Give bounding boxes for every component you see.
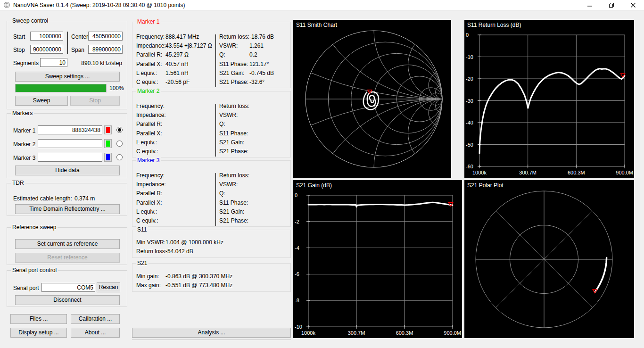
stop-button[interactable]: Stop [70, 96, 120, 106]
data-row: S11 Phase: [219, 199, 289, 207]
reference-sweep-title: Reference sweep [11, 224, 58, 231]
data-row: Return loss: [219, 102, 289, 111]
data-row: C equiv.: [136, 216, 215, 225]
data-row-label: S21 Gain: [219, 69, 249, 78]
s11-return-loss-chart[interactable]: 0-10-20-30-40-50-601000k300.7M600.3M900.… [464, 20, 634, 178]
cable-length-label: Estimated cable length: [13, 195, 72, 202]
data-row-label: C equiv.: [136, 147, 165, 156]
data-row-label: Return loss: [219, 33, 249, 41]
data-row-label: Parallel X: [136, 129, 165, 138]
about-button[interactable]: About ... [71, 328, 120, 338]
data-row-label: Return loss: [219, 171, 249, 180]
time-domain-reflectometry-button[interactable]: Time Domain Reflectometry ... [15, 204, 120, 214]
s11-smith-chart-canvas[interactable] [293, 20, 451, 178]
data-row: S21 Gain:-0.745 dB [219, 69, 289, 78]
marker3-radio[interactable] [116, 154, 123, 160]
data-row: Return loss: [219, 171, 289, 180]
data-row-value: -20.56 pF [165, 79, 190, 85]
span-label: Span [71, 47, 84, 53]
data-row-label: Parallel X: [136, 60, 165, 69]
marker1-radio[interactable] [116, 127, 123, 133]
svg-text:-40: -40 [466, 120, 473, 125]
center-input[interactable] [88, 32, 123, 41]
svg-text:0: 0 [466, 32, 469, 38]
marker3-section-title: Marker 3 [136, 157, 161, 164]
data-row: Min gain:-0.863 dB @ 300.370 MHz [136, 272, 287, 281]
svg-text:1000k: 1000k [301, 330, 315, 336]
data-row-label: Parallel R: [136, 189, 165, 198]
rescan-button[interactable]: Rescan [97, 282, 120, 292]
svg-text:600.3M: 600.3M [396, 330, 413, 336]
data-row: Parallel X: [136, 129, 215, 138]
s21-gain-canvas[interactable]: 0-2-4-6-8-101000k300.7M600.3M900.0M [293, 180, 462, 338]
marker1-frequency-input[interactable] [38, 125, 102, 134]
data-row: Max gain:-0.551 dB @ 773.480 MHz [136, 281, 287, 290]
restore-button[interactable] [601, 0, 622, 10]
marker1-data-section: Marker 1 Frequency:888.417 MHzImpedance:… [132, 22, 291, 88]
marker2-color [106, 141, 110, 147]
marker2-color-swatch[interactable] [104, 139, 112, 148]
reset-reference-button[interactable]: Reset reference [15, 253, 120, 263]
data-row-value: 43.554 +j8.7127 Ω [165, 42, 212, 49]
data-row-value: 121.17° [249, 61, 269, 67]
data-row-label: S21 Phase: [219, 216, 249, 225]
span-input[interactable] [88, 45, 123, 54]
data-row-label: Frequency: [136, 171, 165, 180]
svg-text:-10: -10 [295, 324, 302, 330]
s21-summary-title: S21 [136, 260, 149, 266]
serial-port-input[interactable] [41, 283, 95, 292]
data-row-label: VSWR: [219, 111, 249, 120]
data-row-label: S11 Phase: [219, 129, 249, 138]
s11-return-loss-canvas[interactable]: 0-10-20-30-40-50-601000k300.7M600.3M900.… [464, 20, 634, 178]
data-row-label: S21 Gain: [219, 207, 249, 216]
marker2-radio[interactable] [116, 141, 123, 147]
marker1-color-swatch[interactable] [104, 125, 112, 134]
set-reference-button[interactable]: Set current as reference [15, 239, 120, 249]
s21-polar-chart[interactable]: S21 Polar Plot [464, 180, 634, 338]
svg-text:-60: -60 [466, 164, 473, 169]
sweep-settings-button[interactable]: Sweep settings ... [15, 72, 120, 82]
data-row-label: Frequency: [136, 33, 165, 41]
s21-gain-chart[interactable]: 0-2-4-6-8-101000k300.7M600.3M900.0M S21 … [293, 180, 462, 338]
markers-group: Markers Marker 1 Marker 2 Marker 3 Hide … [7, 113, 127, 178]
data-row: S21 Phase: [219, 147, 289, 156]
display-setup-button[interactable]: Display setup ... [10, 328, 67, 338]
hide-data-button[interactable]: Hide data [15, 166, 120, 175]
s21-polar-canvas[interactable] [464, 180, 634, 338]
sweep-button[interactable]: Sweep [15, 96, 68, 106]
minimize-button[interactable] [579, 0, 601, 10]
data-row: L equiv.: [136, 138, 215, 147]
sweep-control-title: Sweep control [11, 17, 50, 24]
nanovna-saver-window: NanoVNA Saver 0.1.4 (Sweep: 2019-10-28 0… [0, 0, 644, 348]
segments-input[interactable] [40, 58, 67, 67]
data-row-label: Q: [219, 120, 249, 129]
close-button[interactable] [622, 0, 644, 10]
stop-input[interactable] [30, 45, 63, 54]
start-label: Start [13, 33, 25, 40]
data-row-label: S11 Phase: [219, 60, 249, 69]
s11-return-loss-title: S11 Return Loss (dB) [467, 22, 521, 28]
marker2-left-column: Frequency:Impedance:Parallel R:Parallel … [136, 102, 215, 156]
marker3-color-swatch[interactable] [104, 153, 112, 162]
svg-text:-20: -20 [466, 76, 473, 82]
s11-smith-chart[interactable]: S11 Smith Chart [293, 20, 451, 178]
marker1-color [106, 127, 110, 133]
app-icon [3, 1, 10, 8]
analysis-button[interactable]: Analysis ... [132, 328, 291, 338]
calibration-button[interactable]: Calibration ... [71, 314, 120, 324]
marker2-right-column: Return loss:VSWR:Q:S11 Phase:S21 Gain:S2… [219, 102, 289, 156]
marker2-frequency-input[interactable] [38, 139, 102, 148]
data-row: Frequency:888.417 MHz [136, 33, 215, 41]
files-button[interactable]: Files ... [10, 314, 67, 324]
data-row-label: S21 Phase: [219, 147, 249, 156]
data-row: C equiv.:-20.56 pF [136, 78, 215, 87]
start-input[interactable] [30, 32, 63, 41]
data-row: Q: [219, 189, 289, 198]
data-row-label: S11 Phase: [219, 199, 249, 207]
marker3-frequency-input[interactable] [38, 153, 102, 162]
data-row: L equiv.:1.561 nH [136, 69, 215, 78]
disconnect-button[interactable]: Disconnect [15, 295, 120, 305]
svg-text:600.3M: 600.3M [568, 170, 585, 175]
svg-text:0: 0 [295, 192, 297, 198]
sweep-field-divider [67, 32, 68, 54]
